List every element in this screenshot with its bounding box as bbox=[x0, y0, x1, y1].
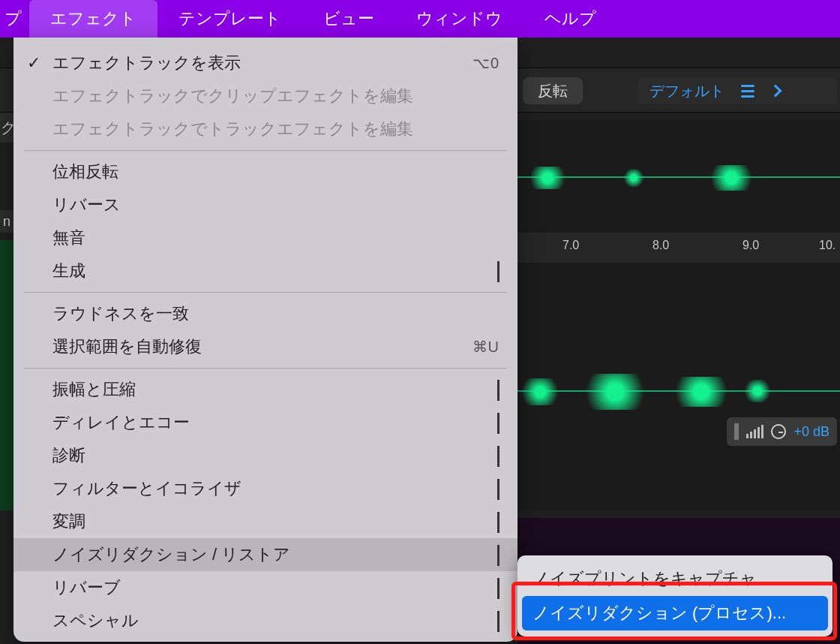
ruler-tick: 10. bbox=[819, 239, 836, 252]
menu-item-help[interactable]: ヘルプ bbox=[524, 0, 617, 38]
ruler-tick: 8.0 bbox=[652, 239, 669, 252]
menu-reverse[interactable]: リバース bbox=[14, 188, 518, 221]
invert-button[interactable]: 反転 bbox=[523, 77, 583, 104]
shortcut-label: ⌥0 bbox=[472, 54, 500, 72]
chevron-right-icon bbox=[497, 261, 500, 281]
menubar: プ エフェクト テンプレート ビュー ウィンドウ ヘルプ bbox=[0, 0, 840, 38]
preset-label: デフォルト bbox=[650, 81, 724, 101]
clock-icon bbox=[771, 424, 786, 439]
menu-diagnostics[interactable]: 診断 bbox=[14, 439, 518, 472]
sidebar-fragment: n bbox=[0, 210, 14, 233]
chevron-right-icon bbox=[497, 512, 500, 531]
menu-item-view[interactable]: ビュー bbox=[302, 0, 395, 38]
effects-dropdown: ✓ エフェクトラックを表示 ⌥0 エフェクトラックでクリップエフェクトを編集 エ… bbox=[14, 38, 518, 642]
menu-item-templates[interactable]: テンプレート bbox=[158, 0, 302, 38]
preset-selector[interactable]: デフォルト bbox=[638, 77, 837, 104]
menu-modulation[interactable]: 変調 bbox=[14, 505, 518, 538]
volume-value: +0 dB bbox=[794, 424, 830, 440]
menu-icon bbox=[741, 85, 754, 98]
menu-reverb[interactable]: リバーブ bbox=[14, 571, 518, 604]
chevron-right-icon bbox=[497, 413, 500, 432]
menu-item-partial[interactable]: プ bbox=[0, 0, 29, 38]
grip-icon bbox=[734, 423, 739, 440]
menu-match-loudness[interactable]: ラウドネスを一致 bbox=[14, 297, 518, 330]
check-icon: ✓ bbox=[27, 53, 40, 73]
time-ruler[interactable]: 7.0 8.0 9.0 10. bbox=[518, 233, 840, 263]
waveform-overview[interactable] bbox=[518, 120, 840, 233]
waveform-main[interactable] bbox=[518, 263, 840, 510]
menu-silence[interactable]: 無音 bbox=[14, 221, 518, 254]
menu-amplitude[interactable]: 振幅と圧縮 bbox=[14, 373, 518, 406]
menu-separator bbox=[24, 368, 507, 369]
noise-reduction-submenu: ノイズプリントをキャプチャ ノイズリダクション (プロセス)... bbox=[518, 555, 832, 636]
chevron-right-icon bbox=[497, 545, 500, 564]
submenu-capture-noise-print[interactable]: ノイズプリントをキャプチャ bbox=[518, 561, 832, 596]
menu-invert-phase[interactable]: 位相反転 bbox=[14, 155, 518, 188]
menu-separator bbox=[24, 292, 507, 293]
chevron-right-icon bbox=[497, 479, 500, 498]
menu-auto-heal[interactable]: 選択範囲を自動修復 ⌘U bbox=[14, 330, 518, 363]
menu-edit-track-fx: エフェクトラックでトラックエフェクトを編集 bbox=[14, 113, 518, 146]
menu-generate[interactable]: 生成 bbox=[14, 254, 518, 287]
level-icon bbox=[746, 425, 764, 438]
menu-delay-echo[interactable]: ディレイとエコー bbox=[14, 406, 518, 439]
ruler-tick: 7.0 bbox=[562, 239, 579, 252]
chevron-right-icon bbox=[497, 611, 500, 630]
menu-edit-clip-fx: エフェクトラックでクリップエフェクトを編集 bbox=[14, 80, 518, 113]
menu-special[interactable]: スペシャル bbox=[14, 604, 518, 637]
chevron-right-icon bbox=[497, 578, 500, 597]
menu-item-effects[interactable]: エフェクト bbox=[29, 0, 158, 38]
menu-noise-reduction[interactable]: ノイズリダクション / リストア bbox=[14, 538, 518, 571]
submenu-noise-reduction-process[interactable]: ノイズリダクション (プロセス)... bbox=[522, 596, 828, 630]
sidebar-track bbox=[0, 240, 14, 510]
volume-widget[interactable]: +0 dB bbox=[727, 417, 837, 446]
menu-show-effect-rack[interactable]: ✓ エフェクトラックを表示 ⌥0 bbox=[14, 47, 518, 80]
shortcut-label: ⌘U bbox=[472, 338, 500, 356]
menu-separator bbox=[24, 150, 507, 151]
menu-filter-eq[interactable]: フィルターとイコライザ bbox=[14, 472, 518, 505]
ruler-tick: 9.0 bbox=[742, 239, 759, 252]
menu-item-window[interactable]: ウィンドウ bbox=[395, 0, 524, 38]
chevron-right-icon bbox=[497, 446, 500, 465]
chevron-right-icon bbox=[770, 85, 782, 98]
chevron-right-icon bbox=[497, 380, 500, 399]
